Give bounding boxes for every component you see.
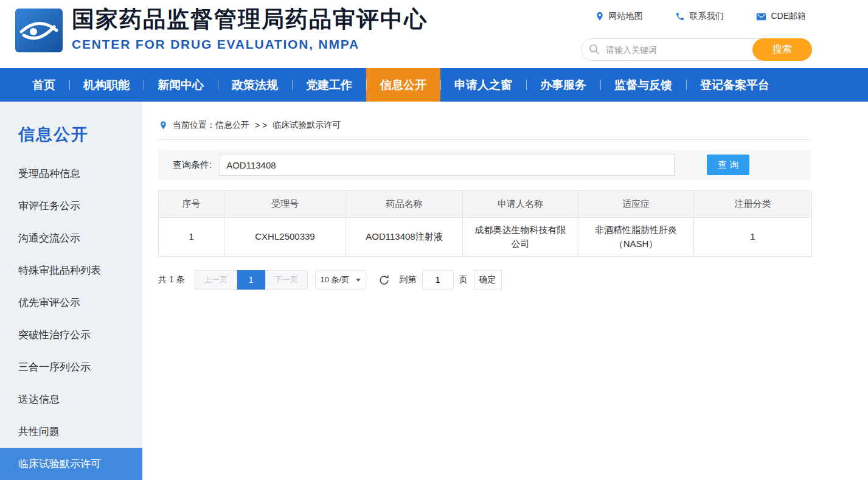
nav-item-functions[interactable]: 机构职能 [69,68,144,102]
sidebar-item-breakthrough-therapy[interactable]: 突破性治疗公示 [0,319,142,351]
header-index: 序号 [159,190,224,218]
breadcrumb-location: 当前位置：信息公开 [173,120,249,131]
sidebar-item-delivery-info[interactable]: 送达信息 [0,383,142,416]
sitemap-link[interactable]: 网站地图 [595,11,642,22]
sidebar-item-communication[interactable]: 沟通交流公示 [0,222,142,254]
site-header: 国家药品监督管理局药品审评中心 CENTER FOR DRUG EVALUATI… [0,0,868,68]
nav-item-party[interactable]: 党建工作 [292,68,366,102]
location-pin-icon [595,12,604,21]
sidebar-item-review-tasks[interactable]: 审评任务公示 [0,190,142,222]
sidebar-item-accepted-varieties[interactable]: 受理品种信息 [0,158,142,190]
breadcrumb-current: 临床试验默示许可 [273,120,341,131]
chevron-down-icon [356,279,361,282]
header-applicant-name: 申请人名称 [463,190,578,218]
breadcrumb-separator: > > [255,120,267,130]
prev-page-button[interactable]: 上一页 [195,270,237,290]
nav-item-services[interactable]: 办事服务 [526,68,600,102]
nav-item-home[interactable]: 首页 [18,68,69,102]
header-acceptance-number: 受理号 [224,190,346,218]
query-bar: 查询条件: 查 询 [158,150,811,180]
goto-page-input[interactable] [422,270,454,290]
page-number-button[interactable]: 1 [237,270,265,290]
table-row: 1 CXHL2500339 AOD113408注射液 成都奥达生物科技有限公司 … [159,218,812,257]
sidebar: 信息公开 受理品种信息 审评任务公示 沟通交流公示 特殊审批品种列表 优先审评公… [0,102,142,480]
sitemap-link-label: 网站地图 [608,11,642,22]
sidebar-item-common-issues[interactable]: 共性问题 [0,416,142,448]
header-registration-category: 注册分类 [694,190,812,218]
nav-item-registration-platform[interactable]: 登记备案平台 [686,68,783,102]
header-drug-name: 药品名称 [346,190,463,218]
content-area: 信息公开 受理品种信息 审评任务公示 沟通交流公示 特殊审批品种列表 优先审评公… [0,102,868,480]
main-panel: 当前位置：信息公开 > > 临床试验默示许可 查询条件: 查 询 序号 受理号 … [158,102,811,290]
main-nav: 首页 机构职能 新闻中心 政策法规 党建工作 信息公开 申请人之窗 办事服务 监… [0,68,868,102]
cell-index: 1 [159,218,224,257]
mail-link-label: CDE邮箱 [771,11,806,22]
cde-logo-icon [15,9,63,52]
page-size-value: 10 条/页 [321,274,350,285]
cde-logo[interactable] [15,9,63,52]
breadcrumb: 当前位置：信息公开 > > 临床试验默示许可 [158,102,811,140]
contact-link[interactable]: 联系我们 [675,11,723,22]
refresh-icon[interactable] [378,274,390,286]
cell-applicant-name: 成都奥达生物科技有限公司 [463,218,578,257]
cell-registration-category: 1 [694,218,812,257]
search-button[interactable]: 搜索 [752,38,812,61]
sidebar-item-three-in-one[interactable]: 三合一序列公示 [0,351,142,383]
sidebar-item-priority-review[interactable]: 优先审评公示 [0,287,142,319]
pagination: 共 1 条 上一页 1 下一页 10 条/页 到第 页 确定 [158,270,811,290]
goto-page-unit: 页 [459,274,468,285]
phone-icon [675,12,685,21]
cell-acceptance-number: CXHL2500339 [224,218,346,257]
table-header-row: 序号 受理号 药品名称 申请人名称 适应症 注册分类 [159,190,812,218]
results-table: 序号 受理号 药品名称 申请人名称 适应症 注册分类 1 CXHL2500339… [158,190,812,257]
cell-indication: 非酒精性脂肪性肝炎（NASH） [578,218,694,257]
location-pin-icon [159,120,167,130]
contact-link-label: 联系我们 [689,11,723,22]
cell-drug-name: AOD113408注射液 [346,218,463,257]
sidebar-title: 信息公开 [18,123,142,145]
query-input[interactable] [220,154,675,176]
query-button[interactable]: 查 询 [707,155,749,175]
page-size-select[interactable]: 10 条/页 [315,270,366,290]
goto-page-label: 到第 [400,274,417,285]
site-title-block: 国家药品监督管理局药品审评中心 CENTER FOR DRUG EVALUATI… [72,7,428,52]
nav-item-info-disclosure[interactable]: 信息公开 [366,68,440,102]
search-icon [589,44,600,57]
confirm-button[interactable]: 确定 [474,270,502,290]
next-page-button[interactable]: 下一页 [265,270,308,290]
sidebar-item-clinical-trial-implied-license[interactable]: 临床试验默示许可 [0,448,142,480]
nav-item-supervision[interactable]: 监督与反馈 [600,68,686,102]
nav-item-news[interactable]: 新闻中心 [144,68,218,102]
site-title: 国家药品监督管理局药品审评中心 [72,7,428,33]
header-search: 搜索 [581,38,812,61]
pagination-pager: 上一页 1 下一页 [195,270,308,290]
nav-item-policies[interactable]: 政策法规 [218,68,292,102]
header-indication: 适应症 [578,190,694,218]
query-label: 查询条件: [173,159,212,171]
pagination-total: 共 1 条 [158,274,185,285]
sidebar-item-special-approval[interactable]: 特殊审批品种列表 [0,254,142,287]
nav-item-applicant-window[interactable]: 申请人之窗 [440,68,526,102]
mail-link[interactable]: CDE邮箱 [756,11,806,22]
header-utility-links: 网站地图 联系我们 CDE邮箱 [595,11,806,22]
site-subtitle: CENTER FOR DRUG EVALUATION, NMPA [72,37,428,52]
envelope-icon [756,13,766,21]
